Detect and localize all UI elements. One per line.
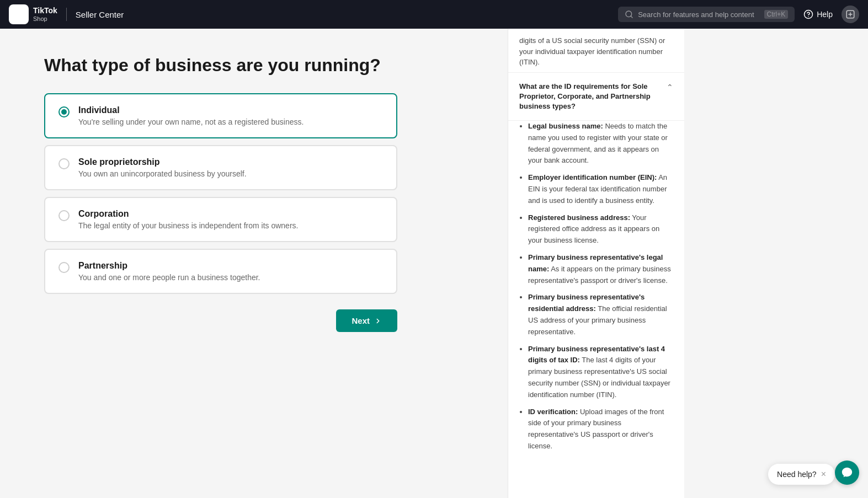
faq-question[interactable]: What are the ID requirements for Sole Pr… (508, 73, 684, 121)
faq-list-item: Primary business representative's reside… (528, 292, 673, 338)
radio-corporation (58, 210, 70, 221)
option-partnership-desc: You and one or more people run a busines… (78, 273, 260, 282)
need-help-close[interactable]: × (821, 469, 826, 479)
option-sole-proprietorship-title: Sole proprietorship (78, 157, 247, 167)
need-help-label: Need help? (777, 470, 817, 479)
chat-widget-button[interactable] (835, 460, 859, 485)
next-button-label: Next (352, 316, 370, 325)
right-panel: digits of a US social security number (S… (508, 29, 684, 498)
option-individual[interactable]: Individual You're selling under your own… (44, 93, 397, 138)
faq-list: Legal business name: Needs to match the … (519, 121, 673, 452)
radio-sole-proprietorship (58, 158, 70, 169)
help-button[interactable]: Help (803, 9, 833, 19)
option-corporation-title: Corporation (78, 209, 298, 219)
faq-list-item: ID verification: Upload images of the fr… (528, 406, 673, 452)
logo-text: TikTok Shop (33, 7, 57, 22)
page-title: What type of business are you running? (44, 55, 481, 76)
radio-individual (58, 106, 70, 117)
user-icon (845, 9, 855, 19)
option-partnership-text: Partnership You and one or more people r… (78, 261, 260, 282)
user-avatar[interactable] (842, 6, 859, 23)
option-individual-desc: You're selling under your own name, not … (78, 117, 303, 126)
faq-list-item: Registered business address: Your regist… (528, 212, 673, 247)
option-sole-proprietorship-text: Sole proprietorship You own an unincorpo… (78, 157, 247, 178)
search-shortcut: Ctrl+K (764, 10, 789, 19)
search-placeholder: Search for features and help content (638, 10, 759, 19)
search-icon (625, 10, 633, 19)
faq-list-item: Primary business representative's legal … (528, 252, 673, 286)
help-circle-icon (803, 9, 813, 19)
chevron-right-icon (374, 317, 382, 325)
chevron-up-icon: ⌃ (667, 83, 673, 92)
logo-shop-label: Shop (33, 15, 57, 22)
header-divider (66, 8, 67, 21)
business-type-options: Individual You're selling under your own… (44, 93, 397, 294)
option-corporation[interactable]: Corporation The legal entity of your bus… (44, 197, 397, 242)
logo-tiktok-label: TikTok (33, 7, 57, 15)
header: TikTok Shop Seller Center Search for fea… (0, 0, 868, 29)
next-button-wrap: Next (44, 309, 397, 332)
help-label: Help (817, 10, 833, 19)
search-bar[interactable]: Search for features and help content Ctr… (618, 7, 795, 22)
faq-question-text: What are the ID requirements for Sole Pr… (519, 82, 667, 112)
option-individual-title: Individual (78, 105, 303, 115)
next-button[interactable]: Next (336, 309, 397, 332)
faq-list-item: Legal business name: Needs to match the … (528, 121, 673, 167)
option-sole-proprietorship[interactable]: Sole proprietorship You own an unincorpo… (44, 145, 397, 190)
left-content: What type of business are you running? I… (0, 29, 508, 498)
faq-list-item: Primary business representative's last 4… (528, 344, 673, 401)
svg-point-2 (808, 16, 809, 17)
faq-list-item: Employer identification number (EIN): An… (528, 172, 673, 206)
option-partnership[interactable]: Partnership You and one or more people r… (44, 249, 397, 294)
option-partnership-title: Partnership (78, 261, 260, 271)
seller-center-label: Seller Center (76, 10, 124, 19)
need-help-bubble[interactable]: Need help? × (768, 464, 835, 485)
main-layout: What type of business are you running? I… (0, 29, 868, 498)
panel-top-text: digits of a US social security number (S… (508, 29, 684, 73)
option-individual-text: Individual You're selling under your own… (78, 105, 303, 126)
faq-section: What are the ID requirements for Sole Pr… (508, 73, 684, 467)
panel-top-content: digits of a US social security number (S… (519, 36, 665, 66)
tiktok-icon (9, 4, 29, 24)
faq-answer: Legal business name: Needs to match the … (508, 121, 684, 467)
radio-partnership (58, 262, 70, 273)
option-corporation-desc: The legal entity of your business is ind… (78, 221, 298, 230)
option-corporation-text: Corporation The legal entity of your bus… (78, 209, 298, 230)
chat-icon (841, 467, 853, 479)
option-sole-proprietorship-desc: You own an unincorporated business by yo… (78, 169, 247, 178)
tiktok-shop-logo[interactable]: TikTok Shop (9, 4, 57, 24)
